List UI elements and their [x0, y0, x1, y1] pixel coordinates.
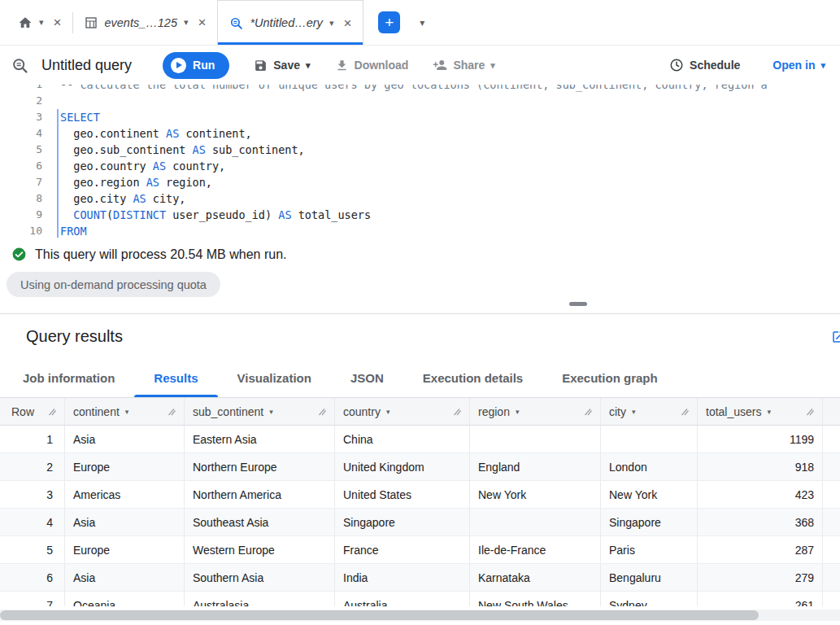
tab-events-table[interactable]: events_…125 ▾ × [73, 0, 217, 45]
cell-city: Paris [601, 536, 698, 563]
cell-country: United States [335, 481, 470, 508]
row-number-cell: 1 [0, 426, 65, 452]
chevron-down-icon[interactable]: ▾ [329, 19, 334, 28]
column-menu-caret-icon[interactable]: ▾ [632, 408, 636, 416]
results-tab-results[interactable]: Results [134, 359, 217, 397]
cell-country: Australia [335, 592, 470, 606]
schedule-button[interactable]: Schedule [669, 58, 740, 72]
column-resize-handle-icon[interactable] [584, 407, 592, 416]
tab-overflow-caret-icon[interactable]: ▾ [420, 18, 424, 28]
table-row[interactable]: 5EuropeWestern EuropeFranceIle-de-France… [0, 536, 840, 564]
row-number-cell: 4 [0, 509, 65, 535]
tab-label: events_…125 [104, 16, 176, 29]
row-number-cell: 7 [0, 592, 65, 606]
column-header-continent[interactable]: continent▾ [65, 398, 185, 425]
horizontal-scrollbar[interactable] [0, 610, 840, 621]
cell-country: France [335, 536, 470, 563]
column-label: Row [8, 405, 34, 418]
column-resize-handle-icon[interactable] [681, 407, 689, 416]
table-row[interactable]: 7OceaniaAustralasiaAustraliaNew South Wa… [0, 592, 840, 606]
line-number: 3 [0, 109, 42, 125]
column-header-total_users[interactable]: total_users▾ [698, 398, 823, 425]
cell-total_users: 368 [698, 509, 823, 535]
results-tab-job-information[interactable]: Job information [3, 359, 134, 397]
table-header-row: Rowcontinent▾sub_continent▾country▾regio… [0, 398, 840, 426]
close-icon[interactable]: × [54, 15, 62, 29]
column-header-row[interactable]: Row [0, 398, 65, 425]
validator-message: This query will process 20.54 MB when ru… [35, 247, 286, 262]
download-button[interactable]: Download [335, 59, 409, 72]
run-button[interactable]: Run [163, 52, 229, 79]
column-header-sub_continent[interactable]: sub_continent▾ [185, 398, 335, 425]
bigquery-console: ▾ × events_…125 ▾ × *Untitled…ery ▾ × + … [0, 0, 840, 625]
column-resize-handle-icon[interactable] [48, 407, 56, 416]
code-line[interactable]: 10FROM [0, 223, 840, 238]
code-line[interactable]: 4 geo.continent AS continent, [0, 125, 840, 142]
cell-city [601, 426, 698, 452]
share-button[interactable]: Share ▾ [433, 58, 494, 72]
column-header-city[interactable]: city▾ [601, 398, 698, 425]
chevron-down-icon[interactable]: ▾ [184, 18, 189, 27]
row-filler [823, 453, 840, 480]
code-line[interactable]: 6 geo.country AS country, [0, 158, 840, 174]
tab-home[interactable]: ▾ × [7, 0, 72, 45]
column-resize-handle-icon[interactable] [806, 407, 814, 416]
column-menu-caret-icon[interactable]: ▾ [767, 408, 771, 416]
results-tab-visualization[interactable]: Visualization [218, 359, 331, 397]
open-in-new-icon[interactable] [831, 330, 840, 344]
close-icon[interactable]: × [198, 15, 206, 29]
row-filler [823, 592, 840, 606]
line-number: 4 [0, 125, 42, 142]
cell-total_users: 279 [698, 564, 823, 591]
panel-resize-handle[interactable] [569, 302, 587, 306]
column-resize-handle-icon[interactable] [318, 407, 326, 416]
open-in-button[interactable]: Open in ▾ [773, 59, 825, 72]
column-resize-handle-icon[interactable] [453, 407, 461, 416]
add-tab-button[interactable]: + [378, 11, 400, 33]
code-line[interactable]: 1-- calculate the total number of unique… [0, 85, 840, 93]
code-line[interactable]: 9 COUNT(DISTINCT user_pseudo_id) AS tota… [0, 207, 840, 223]
chevron-down-icon[interactable]: ▾ [39, 18, 44, 27]
scrollbar-thumb[interactable] [0, 610, 759, 620]
column-menu-caret-icon[interactable]: ▾ [386, 408, 390, 416]
code-line[interactable]: 8 geo.city AS city, [0, 190, 840, 207]
table-row[interactable]: 6AsiaSouthern AsiaIndiaKarnatakaBengalur… [0, 564, 840, 592]
save-button[interactable]: Save ▾ [254, 59, 310, 72]
table-icon [85, 16, 98, 29]
table-row[interactable]: 3AmericasNorthern AmericaUnited StatesNe… [0, 481, 840, 509]
table-row[interactable]: 4AsiaSoutheast AsiaSingaporeSingapore368 [0, 509, 840, 536]
cell-continent: Oceania [65, 592, 185, 606]
line-number: 8 [0, 190, 42, 207]
results-tabs: Job informationResultsVisualizationJSONE… [0, 359, 840, 398]
code-line[interactable]: 2 [0, 93, 840, 109]
run-label: Run [193, 59, 215, 72]
sql-editor[interactable]: 1-- calculate the total number of unique… [0, 85, 840, 238]
cell-total_users: 1199 [698, 426, 823, 452]
cell-continent: Asia [65, 426, 185, 452]
results-tab-json[interactable]: JSON [331, 359, 403, 397]
code-line[interactable]: 3SELECT [0, 109, 840, 125]
results-tab-execution-graph[interactable]: Execution graph [542, 359, 677, 397]
cell-sub_continent: Northern Europe [185, 453, 335, 480]
column-resize-handle-icon[interactable] [168, 407, 176, 416]
column-label: city [609, 405, 626, 418]
column-header-country[interactable]: country▾ [335, 398, 470, 425]
column-menu-caret-icon[interactable]: ▾ [269, 408, 273, 416]
table-row[interactable]: 2EuropeNorthern EuropeUnited KingdomEngl… [0, 453, 840, 481]
code-text: geo.region AS region, [60, 174, 212, 190]
code-line[interactable]: 7 geo.region AS region, [0, 174, 840, 190]
table-row[interactable]: 1AsiaEastern AsiaChina1199 [0, 426, 840, 453]
cell-country: United Kingdom [335, 453, 470, 480]
column-label: total_users [706, 405, 761, 418]
code-line[interactable]: 5 geo.sub_continent AS sub_continent, [0, 142, 840, 158]
column-menu-caret-icon[interactable]: ▾ [125, 408, 129, 416]
results-tab-execution-details[interactable]: Execution details [403, 359, 542, 397]
column-header-region[interactable]: region▾ [470, 398, 601, 425]
cell-country: India [335, 564, 470, 591]
clock-icon [669, 58, 684, 72]
tab-untitled-query[interactable]: *Untitled…ery ▾ × [217, 0, 363, 45]
results-table-clip: Rowcontinent▾sub_continent▾country▾regio… [0, 398, 840, 606]
close-icon[interactable]: × [343, 16, 351, 30]
check-circle-icon [11, 247, 27, 262]
column-menu-caret-icon[interactable]: ▾ [516, 408, 520, 416]
